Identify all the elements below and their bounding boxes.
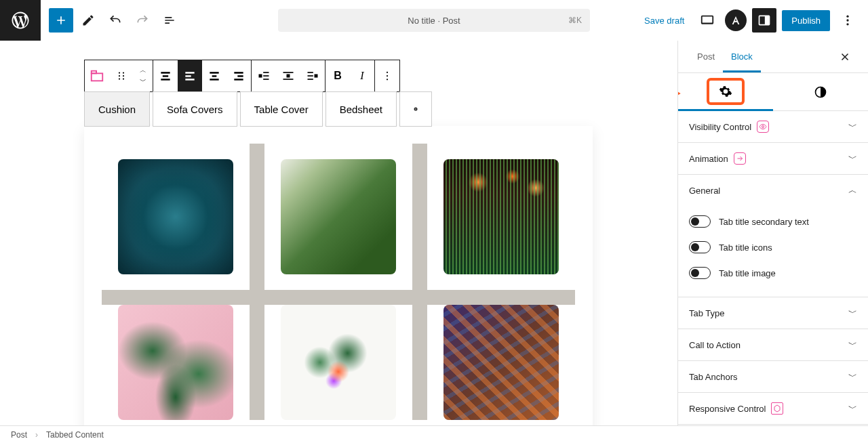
sidebar-tab-block[interactable]: Block xyxy=(723,42,761,72)
wordpress-icon xyxy=(10,10,31,30)
undo-button[interactable] xyxy=(103,8,127,33)
panel-header-cta[interactable]: Call to Action ﹀ xyxy=(678,329,868,360)
close-icon xyxy=(839,51,851,63)
panel-animation: Animation ﹀ xyxy=(678,143,868,175)
add-tab-button[interactable] xyxy=(399,91,432,127)
panel-header-responsive[interactable]: Responsive Control ﹀ xyxy=(678,393,868,424)
svg-rect-20 xyxy=(210,72,218,74)
publish-button[interactable]: Publish xyxy=(782,10,830,31)
save-draft-button[interactable]: Save draft xyxy=(639,10,690,31)
panel-header-tab-type[interactable]: Tab Type ﹀ xyxy=(678,297,868,329)
panel-header-visibility[interactable]: Visibility Control ﹀ xyxy=(678,111,868,142)
svg-rect-32 xyxy=(283,79,294,80)
panel-header-animation[interactable]: Animation ﹀ xyxy=(678,143,868,174)
panel-header-general[interactable]: General ︿ xyxy=(678,175,868,206)
wide-center-button[interactable] xyxy=(276,60,300,91)
settings-tab-styles[interactable] xyxy=(773,73,868,110)
redo-button[interactable] xyxy=(130,8,155,33)
tab-bedsheet[interactable]: Bedsheet xyxy=(326,91,397,127)
panel-title: General xyxy=(689,186,720,196)
product-cell[interactable] xyxy=(264,305,412,420)
document-overview-button[interactable] xyxy=(157,8,182,33)
italic-button[interactable]: I xyxy=(350,60,374,91)
product-cell[interactable] xyxy=(102,144,250,290)
settings-tab-general[interactable] xyxy=(678,73,773,111)
chevron-down-icon: ﹀ xyxy=(848,121,857,133)
add-block-button[interactable] xyxy=(49,8,73,33)
product-cell[interactable] xyxy=(427,144,575,290)
panel-general: General ︿ Tab title secondary text Tab t… xyxy=(678,175,868,297)
toggle-secondary-text[interactable] xyxy=(689,215,711,228)
tab-sofa-covers[interactable]: Sofa Covers xyxy=(153,91,237,127)
svg-point-4 xyxy=(846,19,848,21)
svg-rect-21 xyxy=(212,75,217,77)
close-sidebar-button[interactable] xyxy=(833,45,857,69)
toolbar-right: Save draft Publish xyxy=(639,8,868,33)
bold-button[interactable]: B xyxy=(326,60,350,91)
svg-rect-30 xyxy=(283,72,294,73)
block-type-button[interactable] xyxy=(85,60,109,91)
svg-rect-16 xyxy=(161,79,170,81)
svg-rect-19 xyxy=(185,79,194,81)
gear-icon xyxy=(719,85,732,98)
command-shortcut: ⌘K xyxy=(568,16,582,25)
svg-point-37 xyxy=(387,72,388,73)
align-right-icon xyxy=(232,69,245,83)
align-none-button[interactable] xyxy=(153,60,178,91)
toggle-row-secondary-text: Tab title secondary text xyxy=(689,209,857,234)
panel-tab-type: Tab Type ﹀ xyxy=(678,297,868,329)
panel-header-anchors[interactable]: Tab Anchors ﹀ xyxy=(678,361,868,392)
sidebar-icon xyxy=(757,14,771,27)
svg-rect-34 xyxy=(308,72,313,73)
align-right-button[interactable] xyxy=(226,60,251,91)
panel-title: Visibility Control xyxy=(689,122,751,132)
settings-sidebar-toggle[interactable] xyxy=(752,8,776,33)
wordpress-logo[interactable] xyxy=(0,0,41,41)
product-cell[interactable] xyxy=(102,305,250,420)
tab-content-area xyxy=(84,126,593,425)
plugin-icon-button[interactable] xyxy=(725,9,747,31)
motion-badge-icon xyxy=(734,152,746,165)
move-down-button[interactable]: ﹀ xyxy=(134,76,153,87)
align-left-button[interactable] xyxy=(178,60,202,91)
align-center-button[interactable] xyxy=(202,60,226,91)
product-image xyxy=(443,159,559,274)
tab-table-cover[interactable]: Table Cover xyxy=(240,91,323,127)
panel-title: Animation xyxy=(689,154,728,164)
settings-sidebar: Post Block 1 Visibility Control ﹀ xyxy=(677,41,868,425)
more-vertical-icon xyxy=(381,70,393,82)
toggle-icons[interactable] xyxy=(689,241,711,253)
panel-visibility: Visibility Control ﹀ xyxy=(678,111,868,143)
toggle-image[interactable] xyxy=(689,267,711,279)
options-button[interactable] xyxy=(835,8,860,33)
document-title-bar[interactable]: No title · Post ⌘K xyxy=(278,9,590,32)
product-cell[interactable] xyxy=(427,305,575,420)
svg-rect-24 xyxy=(237,75,243,77)
svg-rect-2 xyxy=(765,16,770,24)
svg-rect-35 xyxy=(308,75,313,77)
product-image xyxy=(281,159,396,274)
toggle-label: Tab title secondary text xyxy=(719,217,809,227)
svg-point-9 xyxy=(119,75,120,77)
view-button[interactable] xyxy=(695,8,719,33)
drag-handle[interactable] xyxy=(109,60,134,91)
product-cell[interactable] xyxy=(264,144,412,290)
toolbar-left xyxy=(41,8,182,33)
svg-rect-15 xyxy=(163,75,168,77)
sidebar-tab-post[interactable]: Post xyxy=(689,42,723,71)
chevron-down-icon: ﹀ xyxy=(848,152,857,165)
panel-title: Tab Type xyxy=(689,308,725,318)
svg-rect-29 xyxy=(263,79,269,80)
panel-cta: Call to Action ﹀ xyxy=(678,329,868,361)
svg-rect-36 xyxy=(308,79,313,80)
svg-rect-26 xyxy=(259,75,262,78)
wide-left-button[interactable] xyxy=(252,60,276,91)
tab-cushion[interactable]: Cushion xyxy=(84,91,150,127)
wide-right-button[interactable] xyxy=(300,60,325,91)
tools-button[interactable] xyxy=(76,8,100,33)
plus-circle-icon xyxy=(414,102,418,117)
drag-icon xyxy=(115,70,127,82)
more-options-button[interactable] xyxy=(375,60,399,91)
product-image xyxy=(118,305,233,420)
move-up-button[interactable]: ︿ xyxy=(134,65,153,76)
